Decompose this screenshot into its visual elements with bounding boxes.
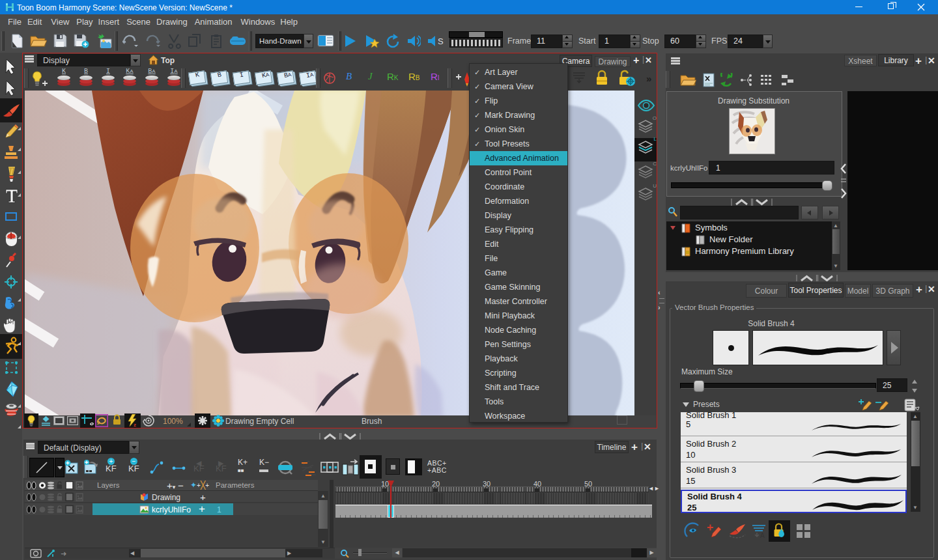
svg-text:A: A bbox=[760, 532, 765, 539]
svg-text:S: S bbox=[438, 36, 444, 46]
svg-text:z: z bbox=[134, 422, 136, 427]
